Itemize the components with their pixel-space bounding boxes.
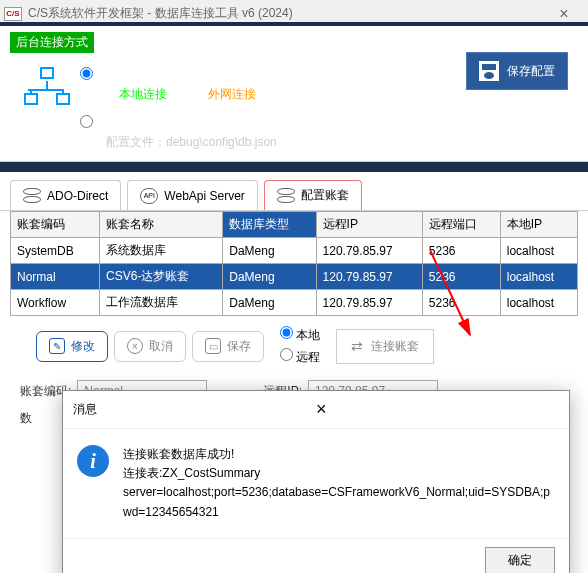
connect-account-button[interactable]: ⇄连接账套 <box>336 329 434 364</box>
col-localip[interactable]: 本地IP <box>500 212 577 238</box>
config-file-path: 配置文件：debug\config\db.json <box>106 134 277 151</box>
dialog-message: 连接账套数据库成功! 连接表:ZX_CostSummary server=loc… <box>123 445 555 522</box>
edit-button[interactable]: ✎修改 <box>36 331 108 362</box>
dialog-title: 消息 <box>73 401 316 418</box>
col-remoteport[interactable]: 远程端口 <box>422 212 500 238</box>
database-icon <box>23 188 41 204</box>
cancel-icon: × <box>127 338 143 354</box>
remote-radio[interactable]: 远程 <box>280 348 320 366</box>
local-radio[interactable]: 本地 <box>280 326 320 344</box>
table-row[interactable]: Workflow工作流数据库DaMeng120.79.85.975236loca… <box>11 290 578 316</box>
shuffle-icon: ⇄ <box>351 338 363 354</box>
tab-webapi-server[interactable]: APIWebApi Server <box>127 180 257 210</box>
tabs: ADO-Direct APIWebApi Server 配置账套 <box>0 172 588 211</box>
col-remoteip[interactable]: 远程IP <box>316 212 422 238</box>
remote-conn-radio[interactable]: ○ 外网连接 <box>197 86 256 103</box>
cancel-button[interactable]: ×取消 <box>114 331 186 362</box>
info-icon: i <box>77 445 109 477</box>
edit-icon: ✎ <box>49 338 65 354</box>
message-dialog: 消息 × i 连接账套数据库成功! 连接表:ZX_CostSummary ser… <box>62 390 570 573</box>
tab-ado-direct[interactable]: ADO-Direct <box>10 180 121 210</box>
ado-direct-radio[interactable]: ADO-Direct模式(ADO直连模式) <box>80 65 277 82</box>
close-icon[interactable]: × <box>544 5 584 23</box>
col-dbtype[interactable]: 数据库类型 <box>223 212 316 238</box>
app-logo: C/S <box>4 7 22 21</box>
network-icon <box>22 67 72 107</box>
local-conn-radio[interactable]: ◉ 本地连接 <box>106 86 167 103</box>
toolbar: ✎修改 ×取消 ▭保存 本地 远程 ⇄连接账套 <box>0 316 588 376</box>
ok-button[interactable]: 确定 <box>485 547 555 573</box>
dialog-close-icon[interactable]: × <box>316 399 559 420</box>
tab-config-account[interactable]: 配置账套 <box>264 180 362 210</box>
col-name[interactable]: 账套名称 <box>100 212 223 238</box>
backend-mode-badge: 后台连接方式 <box>10 32 94 53</box>
table-row[interactable]: NormalCSV6-达梦账套DaMeng120.79.85.975236loc… <box>11 264 578 290</box>
api-icon: API <box>140 188 158 204</box>
webapi-radio[interactable]: WebApi服务器 <box>80 113 277 130</box>
table-row[interactable]: SystemDB系统数据库DaMeng120.79.85.975236local… <box>11 238 578 264</box>
account-table: 账套编码 账套名称 数据库类型 远程IP 远程端口 本地IP SystemDB系… <box>10 211 578 316</box>
database-icon <box>277 188 295 204</box>
window-title: C/S系统软件开发框架 - 数据库连接工具 v6 (2024) <box>28 5 544 22</box>
save-icon: ▭ <box>205 338 221 354</box>
save-config-button[interactable]: 保存配置 <box>466 52 568 90</box>
col-code[interactable]: 账套编码 <box>11 212 100 238</box>
save-icon <box>479 61 499 81</box>
save-button[interactable]: ▭保存 <box>192 331 264 362</box>
